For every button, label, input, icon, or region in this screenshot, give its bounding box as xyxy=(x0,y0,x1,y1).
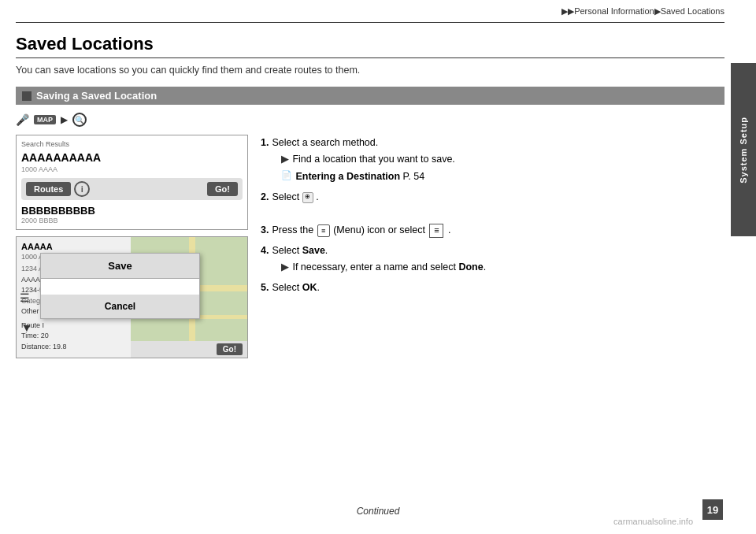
two-col-layout: Search Results AAAAAAAAAA 1000 AAAA Rout… xyxy=(16,135,724,365)
step-2-content: Select ⊕ . xyxy=(272,189,724,205)
screen1-item2: BBBBBBBBBB xyxy=(21,205,243,217)
step-4-text: Select Save. xyxy=(272,245,328,256)
title-underline xyxy=(16,57,724,58)
screen2-mockup: AAAAA 1000 A 1234 AAA AAAAA 1234-567 xyxy=(16,236,248,358)
instructions-col: 1. Select a search method. ▶ Find a loca… xyxy=(261,135,724,365)
intro-text: You can save locations so you can quickl… xyxy=(16,65,724,76)
screen2-dist: Distance: 19.8 xyxy=(21,342,126,353)
info-button[interactable]: i xyxy=(74,181,90,197)
menu-symbol-inline: ≡ xyxy=(429,224,443,238)
header-divider xyxy=(16,22,724,23)
main-content: Saved Locations You can save locations s… xyxy=(16,28,724,495)
ok-term: OK xyxy=(302,282,317,293)
breadcrumb-text: ▶▶Personal Information▶Saved Locations xyxy=(561,6,724,16)
step-1-num: 1. xyxy=(261,135,269,184)
section-header: Saving a Saved Location xyxy=(16,87,724,105)
step-4-sub-text: If necessary, enter a name and select Do… xyxy=(292,259,486,275)
screen2-route: Route I xyxy=(21,321,126,332)
page-ref: P. 54 xyxy=(403,171,425,182)
step-4-num: 4. xyxy=(261,243,269,275)
breadcrumb: ▶▶Personal Information▶Saved Locations xyxy=(561,6,724,17)
title-text: Saved Locations xyxy=(16,34,724,54)
screen2-overlay-popup: Save Cancel xyxy=(40,253,200,319)
overlay-spacer xyxy=(41,279,199,295)
arrow-icon: ▶ xyxy=(61,114,68,125)
screen1-sub2: 2000 BBBB xyxy=(21,217,243,224)
screen1-item1: AAAAAAAAAA xyxy=(21,151,243,164)
step-gap xyxy=(261,210,724,222)
screen2-nav-icon: ▼ xyxy=(21,321,32,334)
entering-destination-ref: Entering a Destination xyxy=(295,171,400,182)
section-square-icon xyxy=(22,91,32,101)
done-term: Done xyxy=(458,261,483,273)
routes-button[interactable]: Routes xyxy=(26,182,71,196)
step-1-sub2: 📄 Entering a Destination P. 54 xyxy=(272,169,724,184)
step-4-content: Select Save. ▶ If necessary, enter a nam… xyxy=(272,243,724,275)
step-4-arrow: ▶ xyxy=(281,259,289,275)
step-3: 3. Press the ≡ (Menu) icon or select ≡ . xyxy=(261,222,724,238)
step-3-num: 3. xyxy=(261,222,269,238)
screen2-time: Time: 20 xyxy=(21,331,126,342)
step-1-sub1: ▶ Find a location that you want to save. xyxy=(272,151,724,167)
screen2-title: AAAAA xyxy=(21,242,126,251)
step-3-content: Press the ≡ (Menu) icon or select ≡ . xyxy=(272,222,724,238)
go-button[interactable]: Go! xyxy=(207,182,238,196)
menu-icon-inline: ≡ xyxy=(317,224,330,237)
step-2-num: 2. xyxy=(261,189,269,205)
step-1-content: Select a search method. ▶ Find a locatio… xyxy=(272,135,724,184)
step-1-text: Select a search method. xyxy=(272,137,378,148)
screenshots-col: Search Results AAAAAAAAAA 1000 AAAA Rout… xyxy=(16,135,248,365)
step-2-text: Select xyxy=(272,191,302,202)
save-icon-inline: ⊕ xyxy=(302,192,313,203)
save-term: Save xyxy=(302,245,325,256)
screen2-bottom-bar: Go! xyxy=(131,341,247,358)
overlay-save-button[interactable]: Save xyxy=(41,254,199,279)
step-2: 2. Select ⊕ . xyxy=(261,189,724,205)
sidebar-tab: System Setup xyxy=(731,63,756,236)
step-2-period: . xyxy=(316,191,318,202)
screen1-sub1: 1000 AAAA xyxy=(21,165,243,173)
screen2-go-button[interactable]: Go! xyxy=(217,343,243,355)
screen1-buttons: Routes i Go! xyxy=(21,178,243,200)
screen1-mockup: Search Results AAAAAAAAAA 1000 AAAA Rout… xyxy=(16,135,248,230)
page-title: Saved Locations xyxy=(16,34,724,58)
step-5-content: Select OK. xyxy=(272,280,724,295)
step-1-sub1-text: Find a location that you want to save. xyxy=(292,151,454,167)
section-label: Saving a Saved Location xyxy=(36,90,157,102)
step-1-ref-text: Entering a Destination P. 54 xyxy=(295,169,424,184)
step-4: 4. Select Save. ▶ If necessary, enter a … xyxy=(261,243,724,275)
watermark: carmanualsoline.info xyxy=(613,517,693,526)
sidebar-tab-label: System Setup xyxy=(739,117,748,184)
map-badge: MAP xyxy=(34,115,56,124)
step-3-text: Press the xyxy=(272,224,316,235)
step-5-text: Select OK. xyxy=(272,282,319,293)
step-5: 5. Select OK. xyxy=(261,280,724,295)
step-1: 1. Select a search method. ▶ Find a loca… xyxy=(261,135,724,184)
screen1-title: Search Results xyxy=(21,140,243,148)
step-3-menu-label: (Menu) icon or select xyxy=(333,224,425,235)
step-3-period: . xyxy=(448,224,450,235)
icons-row: 🎤 MAP ▶ 🔍 xyxy=(16,113,724,127)
step-5-num: 5. xyxy=(261,280,269,295)
page-number: 19 xyxy=(702,499,723,520)
continued-text: Continued xyxy=(0,506,756,517)
arrow-bullet-icon: ▶ xyxy=(281,151,289,167)
screen2-menu-icon: ☰ xyxy=(20,291,30,304)
search-icon: 🔍 xyxy=(72,113,87,127)
overlay-cancel-button[interactable]: Cancel xyxy=(41,295,199,318)
step-4-sub: ▶ If necessary, enter a name and select … xyxy=(272,259,724,275)
mic-icon: 🎤 xyxy=(16,113,29,126)
ref-page-icon: 📄 xyxy=(281,169,292,184)
